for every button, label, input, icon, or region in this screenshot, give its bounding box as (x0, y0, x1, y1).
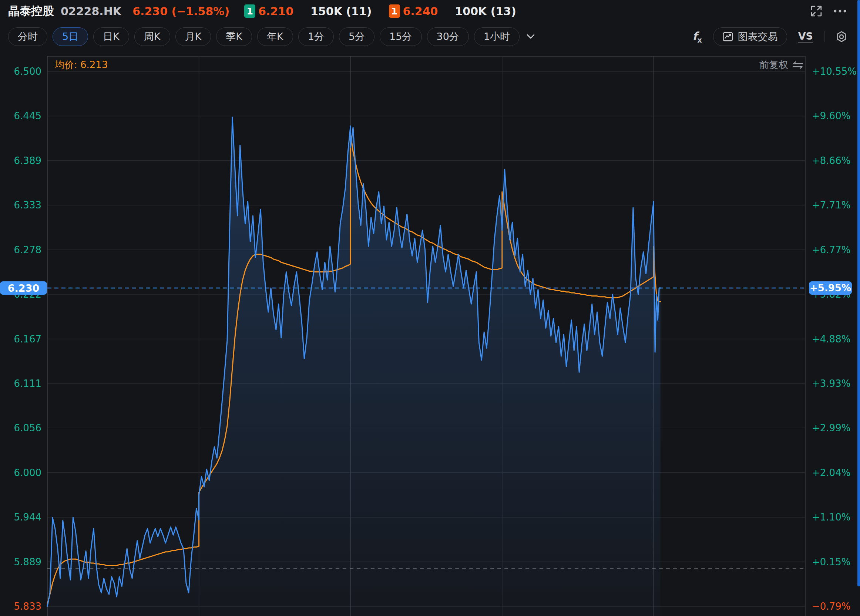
current-percent-badge: +5.95% (809, 281, 852, 295)
percent-tick: +2.99% (812, 423, 851, 434)
price-tick: 6.389 (0, 155, 41, 166)
price-tick: 6.000 (0, 467, 41, 478)
window-edge-scrollbar[interactable] (857, 0, 860, 586)
price-tick: 6.333 (0, 200, 41, 211)
percent-tick: +10.55% (812, 66, 857, 77)
percent-tick: +8.66% (812, 155, 851, 166)
avg-price-label: 均价: 6.213 (55, 58, 108, 71)
price-tick: 5.944 (0, 512, 41, 523)
percent-tick: +6.77% (812, 244, 851, 255)
price-tick: 6.445 (0, 110, 41, 121)
price-tick: 6.278 (0, 244, 41, 255)
percent-tick: +4.88% (812, 333, 851, 345)
percent-tick: +0.15% (812, 556, 851, 567)
price-tick: 5.889 (0, 556, 41, 567)
price-tick: 6.111 (0, 378, 41, 389)
swap-arrows-icon (792, 61, 804, 69)
adjustment-toggle[interactable]: 前复权 (748, 58, 804, 71)
percent-tick: −0.79% (812, 601, 851, 612)
percent-tick: +3.93% (812, 378, 851, 389)
current-price-badge: 6.230 (0, 281, 47, 295)
percent-tick: +2.04% (812, 467, 851, 478)
percent-tick: +7.71% (812, 200, 851, 211)
percent-tick: +9.60% (812, 110, 851, 121)
price-chart[interactable] (0, 0, 860, 616)
adjustment-label: 前复权 (760, 58, 788, 71)
price-tick: 6.056 (0, 423, 41, 434)
price-tick: 5.833 (0, 601, 41, 612)
price-tick: 6.500 (0, 66, 41, 77)
percent-tick: +1.10% (812, 512, 851, 523)
price-area-fill (47, 117, 661, 616)
price-tick: 6.167 (0, 333, 41, 345)
